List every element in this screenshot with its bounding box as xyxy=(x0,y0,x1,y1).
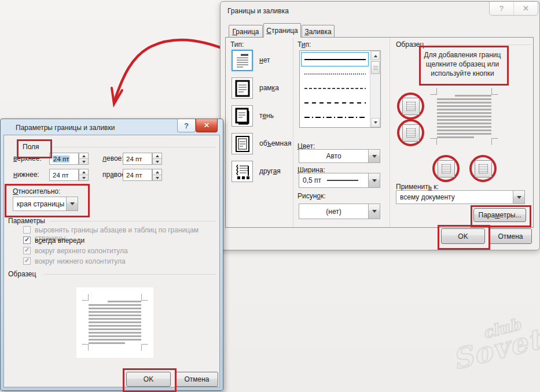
spin-up-icon[interactable] xyxy=(79,169,88,175)
border-type-label: нет xyxy=(259,56,270,64)
annotation-text: Для добавления границ щелкните образец и… xyxy=(423,50,502,79)
dropdown-arrow-icon[interactable] xyxy=(368,204,380,219)
spin-up-icon[interactable] xyxy=(153,153,161,159)
relative-to-label: Относительно: xyxy=(13,187,60,195)
line-style-list[interactable] xyxy=(299,50,381,128)
options-button-label: Параметры... xyxy=(479,211,521,219)
around-header-label: вокруг верхнего колонтитула xyxy=(35,247,128,255)
apply-to-value: всему документу xyxy=(396,193,513,201)
options-button[interactable]: Параметры... xyxy=(473,208,526,222)
border-type-label: рамка xyxy=(259,84,279,92)
checkmark-icon: ✓ xyxy=(24,236,30,243)
bottom-border-button[interactable] xyxy=(402,124,420,142)
line-style-option-dashed-fine[interactable] xyxy=(301,81,369,95)
ok-button-label: OK xyxy=(458,232,468,241)
ok-button-label: OK xyxy=(144,375,153,383)
border-type-shadow[interactable] xyxy=(232,105,253,127)
margin-right-value: 24 пт xyxy=(126,172,142,179)
preview-corner-mark xyxy=(82,294,89,301)
ok-button[interactable]: OK xyxy=(441,228,485,244)
border-glyph-icon xyxy=(479,164,488,173)
sample-group-label: Образец xyxy=(8,270,36,278)
doc-none-icon xyxy=(235,52,250,69)
around-header-checkbox[interactable]: ✓ xyxy=(23,247,31,254)
sample-preview xyxy=(76,287,153,358)
help-button[interactable]: ? xyxy=(490,2,513,15)
dropdown-arrow-icon[interactable] xyxy=(368,150,380,162)
border-type-3d[interactable] xyxy=(232,133,253,154)
spin-down-icon[interactable] xyxy=(153,175,161,181)
scroll-thumb[interactable] xyxy=(371,61,380,74)
spin-up-icon[interactable] xyxy=(153,169,161,175)
margin-top-stepper[interactable] xyxy=(79,153,89,165)
checkmark-icon: ✓ xyxy=(24,247,30,253)
setting-label: Тип: xyxy=(230,40,244,49)
dropdown-arrow-icon[interactable] xyxy=(368,173,380,187)
margin-left-label: левое: xyxy=(102,154,124,162)
line-style-option-solid[interactable] xyxy=(301,52,369,66)
spin-up-icon[interactable] xyxy=(79,153,88,159)
border-type-custom[interactable] xyxy=(232,161,253,182)
line-style-option-dotted[interactable] xyxy=(301,66,369,81)
cancel-button[interactable]: Отмена xyxy=(489,228,532,244)
border-glyph-icon xyxy=(442,164,451,173)
dropdown-arrow-icon[interactable] xyxy=(66,197,78,210)
left-border-button[interactable] xyxy=(438,160,455,177)
border-glyph-icon xyxy=(406,128,416,138)
right-border-button[interactable] xyxy=(475,160,492,177)
art-dropdown[interactable]: (нет) xyxy=(299,204,380,219)
border-type-none[interactable] xyxy=(232,50,253,71)
spin-down-icon[interactable] xyxy=(153,159,161,165)
top-border-button[interactable] xyxy=(402,98,420,115)
relative-to-dropdown[interactable]: края страницы xyxy=(13,197,78,211)
margin-right-stepper[interactable] xyxy=(152,169,162,181)
width-dropdown[interactable]: 0,5 пт xyxy=(299,173,380,188)
spin-down-icon[interactable] xyxy=(79,175,88,181)
dropdown-arrow-icon[interactable] xyxy=(513,191,524,204)
margin-top-value: 24 пт xyxy=(53,156,69,162)
doc-custom-icon xyxy=(235,163,250,180)
cancel-button-label: Отмена xyxy=(184,375,209,383)
margin-bottom-input[interactable]: 24 пт xyxy=(49,169,79,181)
spin-down-icon[interactable] xyxy=(79,159,88,165)
margin-left-stepper[interactable] xyxy=(152,153,162,165)
preview-corner-mark xyxy=(141,344,148,350)
tab-zalivka[interactable]: Заливка xyxy=(302,25,335,38)
around-footer-checkbox[interactable]: ✓ xyxy=(23,257,31,265)
align-borders-checkbox[interactable] xyxy=(23,226,31,234)
margin-left-input[interactable]: 24 пт xyxy=(123,153,152,165)
scroll-up-icon[interactable] xyxy=(371,51,380,60)
margin-top-input[interactable]: 24 пт xyxy=(49,153,79,165)
group-line xyxy=(52,147,216,147)
apply-to-dropdown[interactable]: всему документу xyxy=(396,190,525,204)
help-button[interactable]: ? xyxy=(177,119,196,132)
page-preview-text xyxy=(89,301,141,344)
close-button[interactable]: ✕ xyxy=(196,119,218,132)
tab-granitsa[interactable]: Граница xyxy=(229,25,263,38)
page-tab-content: Тип: нет xyxy=(225,37,534,228)
line-style-option-dash-dot[interactable] xyxy=(301,110,369,124)
margin-bottom-stepper[interactable] xyxy=(79,169,89,181)
line-style-label: Тип: xyxy=(297,40,311,49)
dialog-title: Параметры границы и заливки xyxy=(16,124,115,132)
margin-right-input[interactable]: 24 пт xyxy=(123,169,152,181)
scrollbar[interactable] xyxy=(370,51,380,127)
margin-top-label: верхнее: xyxy=(13,154,42,162)
margins-group-label: Поля xyxy=(23,143,39,151)
border-type-box[interactable] xyxy=(232,77,253,99)
page-preview-text[interactable] xyxy=(437,95,491,138)
checkmark-icon: ✓ xyxy=(24,257,30,264)
cancel-button[interactable]: Отмена xyxy=(175,372,218,387)
group-line xyxy=(50,221,216,221)
color-dropdown[interactable]: Авто xyxy=(299,149,380,163)
line-style-option-dashed[interactable] xyxy=(301,95,369,110)
color-value: Авто xyxy=(299,152,368,160)
ok-button[interactable]: OK xyxy=(126,372,171,387)
preview-corner-mark xyxy=(431,138,437,145)
close-icon: ✕ xyxy=(204,121,210,130)
close-button[interactable]: ✕ xyxy=(513,2,538,15)
scroll-down-icon[interactable] xyxy=(371,118,380,127)
always-in-front-checkbox[interactable]: ✓ xyxy=(23,236,31,244)
tab-stranitsa[interactable]: Страница xyxy=(263,23,301,38)
always-in-front-label: всегда впереди xyxy=(35,236,85,245)
